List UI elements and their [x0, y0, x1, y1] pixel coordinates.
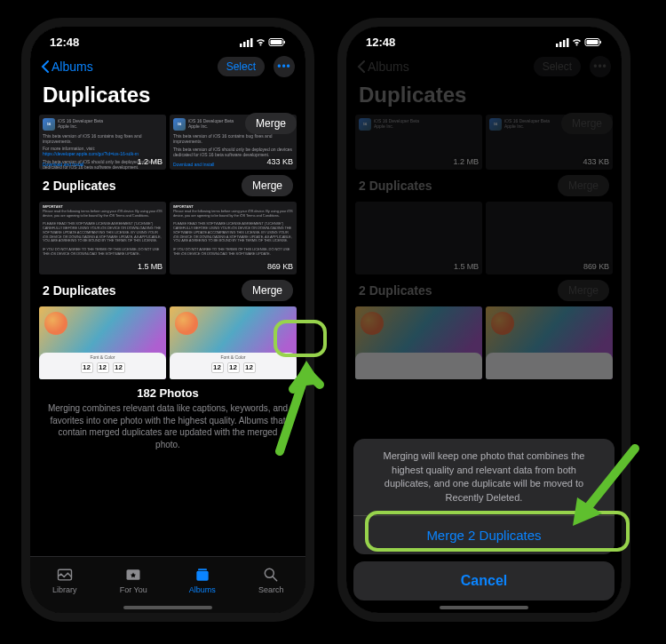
duplicate-group: 16 iOS 16 Developer Beta Apple Inc. This… [30, 115, 305, 170]
svg-rect-0 [240, 44, 242, 47]
svg-rect-6 [271, 40, 282, 44]
tab-albums[interactable]: Albums [168, 557, 237, 602]
tab-search[interactable]: Search [237, 557, 306, 602]
svg-rect-19 [587, 40, 599, 44]
search-icon [261, 566, 281, 584]
summary-description: Merging combines relevant data like capt… [46, 402, 289, 450]
svg-point-4 [260, 44, 262, 45]
nav-bar: Albums Select ••• [30, 51, 305, 79]
file-size-label: 869 KB [267, 262, 293, 272]
home-indicator [440, 606, 528, 609]
sheet-message: Merging will keep one photo that combine… [353, 439, 614, 516]
status-icons [556, 37, 602, 48]
photo-thumbnail[interactable]: IMPORTANT Please read the following term… [170, 202, 297, 274]
status-time: 12:48 [366, 36, 395, 49]
svg-rect-16 [567, 38, 569, 47]
photo-count: 182 Photos [46, 386, 289, 400]
tab-library[interactable]: Library [30, 557, 99, 602]
cancel-button[interactable]: Cancel [353, 561, 614, 600]
photo-thumbnail[interactable]: 16 iOS 16 Developer Beta Apple Inc. This… [39, 115, 166, 170]
svg-rect-11 [198, 568, 207, 570]
select-button[interactable]: Select [218, 57, 265, 76]
group-count-label: 2 Duplicates [43, 179, 115, 193]
library-icon [55, 566, 75, 584]
merge-button[interactable]: Merge [245, 113, 297, 134]
duplicate-group: 2 Duplicates Merge IMPORTANT Please read… [30, 170, 305, 274]
more-button[interactable]: ••• [274, 56, 295, 77]
svg-rect-1 [243, 42, 246, 47]
file-size-label: 1.5 MB [138, 262, 163, 272]
svg-rect-7 [284, 41, 286, 44]
foryou-icon [123, 566, 143, 584]
svg-rect-3 [250, 38, 253, 47]
status-time: 12:48 [50, 36, 79, 49]
svg-point-17 [576, 44, 578, 45]
merge-duplicates-button[interactable]: Merge 2 Duplicates [353, 516, 614, 554]
photo-thumbnail[interactable]: IMPORTANT Please read the following term… [39, 202, 166, 274]
albums-icon [193, 566, 212, 584]
svg-rect-2 [247, 40, 250, 47]
status-icons [240, 37, 286, 48]
group-count-label: 2 Duplicates [43, 283, 115, 298]
summary: 182 Photos Merging combines relevant dat… [30, 379, 305, 454]
back-label: Albums [52, 60, 93, 74]
svg-point-12 [266, 568, 274, 577]
tab-bar: Library For You Albums Search [30, 556, 305, 613]
file-size-label: 1.2 MB [137, 157, 163, 167]
file-size-label: 433 KB [266, 157, 293, 167]
merge-button[interactable]: Merge [242, 280, 293, 301]
home-indicator [123, 606, 212, 609]
ios16-icon: 16 [43, 118, 55, 131]
action-sheet: Merging will keep one photo that combine… [353, 439, 614, 600]
page-title: Duplicates [30, 79, 305, 115]
ios16-icon: 16 [173, 118, 186, 131]
svg-rect-20 [600, 41, 602, 44]
svg-rect-15 [563, 40, 566, 47]
svg-rect-10 [196, 570, 208, 580]
back-button[interactable]: Albums [41, 60, 93, 74]
duplicate-group: 2 Duplicates Merge Font & Color 121212 F… [30, 274, 305, 379]
merge-button[interactable]: Merge [242, 175, 293, 196]
svg-rect-13 [556, 44, 559, 47]
photo-thumbnail[interactable]: Font & Color 121212 [170, 306, 297, 379]
svg-rect-14 [559, 42, 562, 47]
photo-thumbnail[interactable]: Font & Color 121212 [39, 306, 166, 379]
tab-foryou[interactable]: For You [99, 557, 169, 602]
